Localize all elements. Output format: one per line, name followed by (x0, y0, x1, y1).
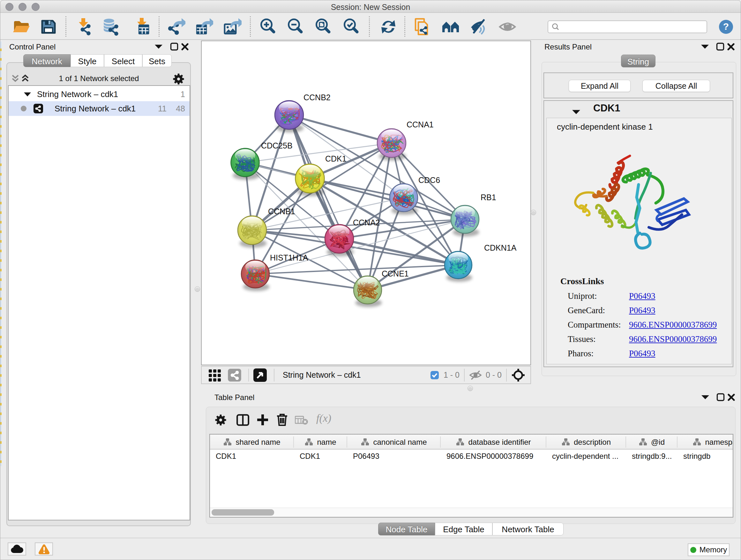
left-splitter-handle[interactable] (195, 287, 200, 292)
table-options-gear-icon[interactable] (215, 414, 226, 426)
control-panel-float-icon[interactable] (170, 43, 179, 51)
network-node[interactable] (231, 148, 260, 180)
column-type-icon (562, 438, 570, 446)
tab-style[interactable]: Style (71, 54, 104, 67)
open-session-button[interactable] (12, 17, 30, 36)
cloud-status-button[interactable] (8, 543, 26, 556)
network-node[interactable] (275, 101, 304, 132)
import-table-icon (133, 18, 151, 36)
export-image-button[interactable] (223, 17, 242, 36)
results-panel-menu-icon[interactable] (701, 44, 709, 49)
import-network-icon (75, 18, 92, 36)
tab-edge-table[interactable]: Edge Table (435, 523, 492, 536)
control-panel-menu-icon[interactable] (154, 44, 163, 49)
crosslink-link[interactable]: 9606.ENSP00000378699 (629, 320, 717, 330)
grid-view-icon[interactable] (208, 368, 222, 382)
network-options-gear-icon[interactable] (173, 73, 185, 85)
import-network-file-button[interactable] (74, 17, 93, 36)
first-neighbors-button[interactable] (441, 17, 460, 36)
results-panel-close-icon[interactable] (727, 43, 735, 51)
delete-column-icon[interactable] (276, 414, 288, 426)
show-columns-icon[interactable] (237, 414, 249, 426)
column-header[interactable]: shared name (210, 435, 294, 449)
results-panel-float-icon[interactable] (716, 43, 724, 51)
export-table-button[interactable] (195, 17, 213, 36)
network-node[interactable] (377, 129, 406, 161)
table-cell[interactable]: CDK1 (216, 452, 236, 461)
table-cell[interactable]: CDK1 (300, 452, 320, 461)
tab-network[interactable]: Network (23, 54, 71, 67)
open-in-window-icon[interactable] (253, 368, 267, 382)
table-cell[interactable]: 9606.ENSP00000378699 (447, 452, 533, 461)
crosslink-link[interactable]: P06493 (629, 306, 656, 315)
column-header[interactable]: description (546, 435, 626, 449)
clone-network-button[interactable] (414, 17, 432, 36)
table-data-row[interactable]: CDK1 CDK1 P06493 9606.ENSP00000378699 cy… (210, 449, 733, 462)
apply-layout-button[interactable] (379, 17, 398, 36)
hidden-eye-icon (469, 370, 482, 380)
crosslink-label: Tissues: (568, 334, 596, 344)
collapse-all-button[interactable]: Collapse All (643, 80, 710, 92)
network-row[interactable]: String Network – cdk1 11 48 (9, 101, 190, 116)
hide-selection-button[interactable] (470, 17, 488, 36)
table-cell[interactable]: stringdb:9... (632, 452, 672, 461)
column-header[interactable]: database identifier (441, 435, 546, 449)
tab-select[interactable]: Select (104, 54, 142, 67)
network-node[interactable] (390, 184, 418, 215)
column-header[interactable]: namespace (677, 435, 733, 449)
column-header[interactable]: @id (626, 435, 677, 449)
memory-button[interactable]: Memory (688, 543, 730, 556)
network-node[interactable] (241, 260, 270, 291)
crosslink-link[interactable]: P06493 (629, 291, 656, 301)
add-column-icon[interactable] (257, 414, 269, 426)
table-cell[interactable]: cyclin-dependent ... (552, 452, 618, 461)
help-button[interactable]: ? (718, 19, 734, 35)
column-header[interactable]: name (294, 435, 347, 449)
network-collection-row[interactable]: String Network – cdk1 1 (9, 87, 190, 101)
network-node[interactable] (295, 164, 325, 196)
tree-expander-icon[interactable] (23, 92, 31, 97)
network-node[interactable] (451, 205, 479, 237)
search-field[interactable] (548, 20, 707, 33)
column-header[interactable]: canonical name (347, 435, 441, 449)
table-panel-float-icon[interactable] (717, 393, 725, 401)
tab-node-table[interactable]: Node Table (378, 523, 435, 536)
zoom-out-button[interactable] (286, 17, 305, 36)
column-header-label: namespace (705, 438, 733, 447)
protein-collapse-icon[interactable] (572, 110, 581, 114)
horizontal-scrollbar[interactable] (210, 508, 733, 517)
import-table-file-button[interactable] (133, 17, 151, 36)
crosslink-link[interactable]: 9606.ENSP00000378699 (629, 334, 717, 344)
network-canvas[interactable]: CCNB2CCNA1CDC25BCDK1CDC6RB1CCNB1CCNA2CDK… (201, 41, 531, 365)
tab-network-table[interactable]: Network Table (492, 523, 563, 536)
zoom-in-button[interactable] (259, 17, 277, 36)
network-node[interactable] (325, 225, 354, 256)
zoom-selected-button[interactable] (342, 17, 360, 36)
network-graph[interactable]: CCNB2CCNA1CDC25BCDK1CDC6RB1CCNB1CCNA2CDK… (202, 41, 530, 365)
export-network-button[interactable] (167, 17, 186, 36)
import-network-database-button[interactable] (102, 17, 120, 36)
network-node[interactable] (238, 216, 267, 248)
table-panel-close-icon[interactable] (727, 393, 735, 401)
table-cell[interactable]: stringdb (683, 452, 711, 461)
fit-content-button[interactable] (314, 17, 333, 36)
control-panel-close-icon[interactable] (181, 43, 189, 51)
search-input[interactable] (562, 22, 703, 31)
network-node[interactable] (354, 276, 382, 307)
column-type-icon (223, 438, 232, 446)
scrollbar-thumb[interactable] (212, 509, 274, 516)
crosslink-link[interactable]: P06493 (629, 349, 656, 359)
network-node[interactable] (445, 251, 472, 282)
show-all-button[interactable] (498, 17, 517, 36)
selected-nodes-checkbox-icon[interactable] (430, 371, 439, 380)
expand-all-button[interactable]: Expand All (569, 80, 630, 92)
tab-sets[interactable]: Sets (142, 54, 172, 67)
table-panel-menu-icon[interactable] (701, 395, 710, 399)
save-session-button[interactable] (39, 17, 58, 36)
network-birds-eye-icon[interactable] (228, 369, 241, 381)
column-header-label: @id (651, 438, 665, 447)
crosshair-icon[interactable] (511, 368, 525, 382)
warnings-button[interactable] (35, 543, 53, 556)
table-cell[interactable]: P06493 (353, 452, 380, 461)
tab-string[interactable]: String (621, 55, 656, 67)
